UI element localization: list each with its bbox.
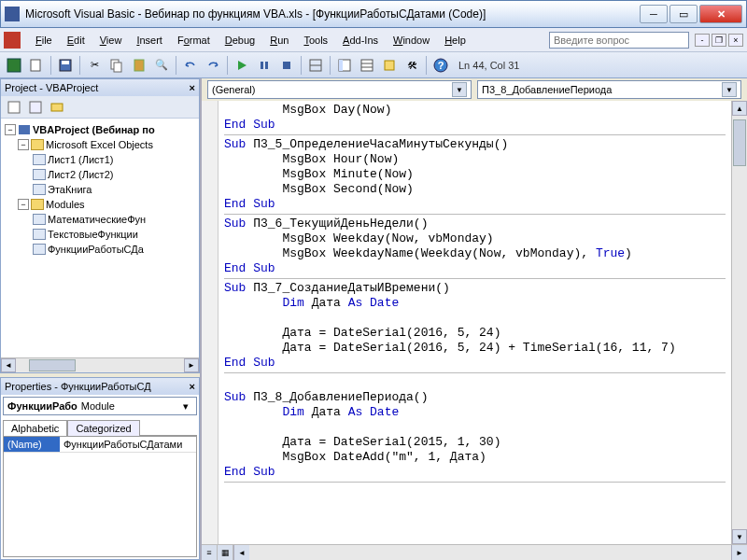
view-object-icon[interactable] <box>26 98 45 117</box>
object-combo[interactable]: (General) ▼ <box>207 80 472 99</box>
titlebar: Microsoft Visual Basic - Вебинар по функ… <box>0 0 747 28</box>
properties-object-combo[interactable]: ФункцииРабо Module ▾ <box>3 397 197 415</box>
tree-sheet2[interactable]: Лист2 (Лист2) <box>48 167 113 182</box>
tree-excel-objects[interactable]: Microsoft Excel Objects <box>46 137 153 152</box>
full-module-view-icon[interactable]: ▦ <box>218 545 233 560</box>
tree-sheet1[interactable]: Лист1 (Лист1) <box>48 152 113 167</box>
menu-run[interactable]: Run <box>262 32 296 49</box>
copy-icon[interactable] <box>106 55 127 76</box>
app-icon <box>5 7 20 21</box>
menu-window[interactable]: Window <box>386 32 437 49</box>
svg-rect-0 <box>7 59 21 72</box>
svg-rect-14 <box>339 60 343 71</box>
project-panel-title: Project - VBAProject <box>5 82 98 93</box>
svg-rect-10 <box>283 62 290 69</box>
object-browser-icon[interactable] <box>379 55 400 76</box>
minimize-button[interactable]: ─ <box>640 5 668 23</box>
excel-icon <box>4 32 21 49</box>
window-title: Microsoft Visual Basic - Вебинар по функ… <box>25 7 640 21</box>
properties-panel-close-icon[interactable]: × <box>190 381 195 392</box>
design-mode-icon[interactable] <box>305 55 326 76</box>
procedure-view-icon[interactable]: ≡ <box>202 545 218 560</box>
svg-rect-8 <box>261 62 263 69</box>
project-hscroll[interactable]: ◄ ► <box>1 357 199 372</box>
properties-panel-title: Properties - ФункцииРаботыСД <box>5 381 151 392</box>
menubar: File Edit View Insert Format Debug Run T… <box>0 28 747 52</box>
tree-root[interactable]: VBAProject (Вебинар по <box>33 122 155 137</box>
svg-marker-7 <box>238 61 247 70</box>
toggle-folders-icon[interactable] <box>48 98 66 117</box>
undo-icon[interactable] <box>180 55 201 76</box>
menu-help[interactable]: Help <box>437 32 473 49</box>
project-explorer-icon[interactable] <box>334 55 355 76</box>
tree-modules[interactable]: Modules <box>46 197 85 212</box>
tree-mod1[interactable]: МатематическиеФун <box>48 212 146 227</box>
redo-icon[interactable] <box>203 55 223 76</box>
cut-icon[interactable]: ✂ <box>84 55 105 76</box>
project-tree[interactable]: −VBAProject (Вебинар по −Microsoft Excel… <box>1 119 199 357</box>
hscroll-left-icon[interactable]: ◄ <box>233 545 249 560</box>
paste-icon[interactable] <box>129 55 149 76</box>
svg-rect-21 <box>8 102 20 113</box>
svg-rect-23 <box>51 104 63 111</box>
menu-addins[interactable]: Add-Ins <box>335 32 386 49</box>
menu-format[interactable]: Format <box>170 32 218 49</box>
menu-view[interactable]: View <box>92 32 130 49</box>
menu-edit[interactable]: Edit <box>60 32 92 49</box>
toolbox-icon[interactable]: 🛠 <box>402 55 422 76</box>
menu-debug[interactable]: Debug <box>218 32 262 49</box>
help-search-input[interactable] <box>549 32 689 49</box>
svg-rect-5 <box>114 63 121 72</box>
svg-rect-24 <box>19 125 30 134</box>
properties-panel-header: Properties - ФункцииРаботыСД × <box>1 378 199 395</box>
menu-file[interactable]: File <box>28 32 60 49</box>
svg-rect-18 <box>385 61 394 70</box>
chevron-down-icon: ▼ <box>452 82 467 97</box>
project-toolbar <box>1 96 199 119</box>
procedure-combo[interactable]: П3_8_ДобавлениеПериода ▼ <box>477 80 741 99</box>
code-vscroll[interactable]: ▲ ▼ <box>731 101 747 544</box>
break-icon[interactable] <box>254 55 275 76</box>
view-excel-icon[interactable] <box>4 55 24 76</box>
help-icon[interactable]: ? <box>430 55 451 76</box>
mdi-minimize[interactable]: - <box>695 34 710 47</box>
project-panel-header: Project - VBAProject × <box>1 79 199 96</box>
tree-workbook[interactable]: ЭтаКнига <box>48 182 92 197</box>
close-button[interactable]: ✕ <box>699 5 742 23</box>
reset-icon[interactable] <box>276 55 297 76</box>
tab-alphabetic[interactable]: Alphabetic <box>3 420 67 436</box>
tab-categorized[interactable]: Categorized <box>67 420 139 436</box>
project-panel-close-icon[interactable]: × <box>190 82 195 93</box>
properties-icon[interactable] <box>357 55 377 76</box>
svg-rect-3 <box>62 61 69 64</box>
cursor-position: Ln 44, Col 31 <box>458 60 519 71</box>
view-code-icon[interactable] <box>5 98 23 117</box>
insert-module-icon[interactable] <box>26 55 47 76</box>
chevron-down-icon: ▾ <box>179 400 192 413</box>
svg-rect-1 <box>31 60 40 71</box>
tree-mod3[interactable]: ФункцииРаботыСДа <box>48 242 144 257</box>
svg-text:?: ? <box>438 60 444 71</box>
chevron-down-icon: ▼ <box>722 82 737 97</box>
mdi-close[interactable]: × <box>728 34 743 47</box>
find-icon[interactable]: 🔍 <box>151 55 172 76</box>
svg-rect-22 <box>30 102 41 113</box>
window-controls: ─ ▭ ✕ <box>640 5 742 23</box>
code-editor[interactable]: MsgBox Day(Now) End Sub Sub П3_5_Определ… <box>218 101 731 544</box>
code-bottom-bar: ≡ ▦ ◄ ► <box>202 544 747 560</box>
menu-insert[interactable]: Insert <box>129 32 170 49</box>
svg-rect-6 <box>134 60 144 71</box>
prop-name-value[interactable]: ФункцииРаботыСДатами <box>60 437 196 452</box>
tree-mod2[interactable]: ТекстовыеФункции <box>48 227 138 242</box>
maximize-button[interactable]: ▭ <box>669 5 698 23</box>
properties-grid[interactable]: (Name) ФункцииРаботыСДатами <box>3 436 197 557</box>
run-icon[interactable] <box>232 55 252 76</box>
svg-rect-15 <box>361 60 373 71</box>
prop-name-key: (Name) <box>4 437 60 452</box>
mdi-restore[interactable]: ❐ <box>712 34 726 47</box>
code-hscroll[interactable] <box>249 545 731 560</box>
hscroll-right-icon[interactable]: ► <box>731 545 747 560</box>
save-icon[interactable] <box>55 55 76 76</box>
toolbar: ✂ 🔍 🛠 ? Ln 44, Col 31 <box>0 52 747 78</box>
menu-tools[interactable]: Tools <box>296 32 335 49</box>
